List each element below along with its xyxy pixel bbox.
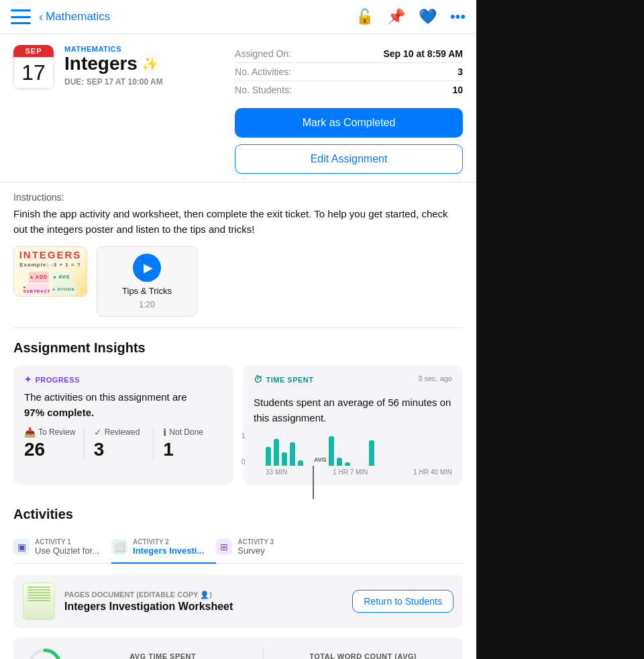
reviewed-value: 3: [94, 439, 154, 460]
bar-4: [290, 442, 295, 466]
reviewed-stat: ✓ Reviewed 3: [84, 427, 154, 460]
poster-attachment[interactable]: INTEGERS Example: -3 + 1 = ? ● ADD ● AVG…: [13, 246, 87, 297]
sparkle-icon: ✨: [142, 56, 158, 72]
top-bar: ‹ Mathematics 🔓 📌 💙 •••: [0, 0, 476, 34]
survey-icon: ⊞: [216, 539, 232, 555]
to-review-stat: 📥 To Review 26: [24, 427, 84, 460]
instructions-section: Instructions: Finish the app activity an…: [0, 183, 476, 237]
more-icon[interactable]: •••: [450, 8, 466, 26]
doc-type: PAGES DOCUMENT (EDITABLE COPY 👤): [64, 591, 343, 599]
to-review-label: 📥 To Review: [24, 427, 84, 438]
avg-label: AVG: [314, 456, 327, 463]
to-review-value: 26: [24, 439, 84, 460]
instructions-label: Instructions:: [13, 192, 463, 203]
bar-9: [369, 440, 374, 466]
chevron-left-icon: ‹: [39, 10, 43, 24]
not-done-stat: ℹ Not Done 1: [153, 427, 223, 460]
avg-time-stat: AVG TIME SPENT ⏱ 39 MIN: [76, 652, 250, 660]
attachments: INTEGERS Example: -3 + 1 = ? ● ADD ● AVG…: [0, 237, 476, 327]
chart-bars: AVG: [266, 432, 452, 466]
bar-8: [345, 462, 350, 466]
right-panel: [476, 0, 644, 659]
sidebar-toggle[interactable]: [11, 9, 31, 24]
mark-complete-button[interactable]: Mark as Completed: [235, 108, 463, 138]
activities-heading: Activities: [13, 507, 463, 522]
progress-circle-svg: [27, 647, 63, 659]
assignment-header: SEP 17 MATHEMATICS Integers ✨ DUE: SEP 1…: [0, 34, 476, 183]
video-title: Tips & Tricks: [122, 286, 172, 296]
progress-circle: 80%: [27, 647, 63, 659]
doc-name: Integers Investigation Worksheet: [64, 601, 343, 613]
bar-5: [298, 460, 303, 466]
play-button[interactable]: ▶: [133, 254, 161, 282]
time-tag: ⏱ TIME SPENT: [254, 374, 314, 385]
doc-thumbnail: [23, 582, 55, 620]
back-label: Mathematics: [46, 10, 110, 23]
edit-assignment-button[interactable]: Edit Assignment: [235, 144, 463, 174]
not-done-label: ℹ Not Done: [163, 427, 223, 438]
return-to-students-button[interactable]: Return to Students: [352, 590, 453, 613]
calendar-badge: SEP 17: [13, 45, 54, 89]
doc-thumb-inner: [23, 583, 54, 619]
assignment-info: MATHEMATICS Integers ✨ DUE: SEP 17 AT 10…: [64, 45, 224, 87]
bar-3: [282, 452, 287, 466]
activity-tab-2[interactable]: ⬜ ACTIVITY 2 Integers Investi...: [111, 531, 216, 564]
bar-7: [337, 458, 342, 466]
quizlet-icon: ▣: [13, 539, 30, 555]
bar-2: [274, 439, 279, 466]
cal-day: 17: [13, 57, 54, 89]
activity-tab-3[interactable]: ⊞ ACTIVITY 3 Survey: [216, 531, 286, 564]
review-stats: 📥 To Review 26 ✓ Reviewed 3: [24, 427, 223, 460]
insights-section: Assignment Insights ✦ PROGRESS The activ…: [0, 328, 476, 485]
pages-icon: ⬜: [111, 539, 127, 555]
meta-activities: No. Activities: 3: [235, 63, 463, 81]
stats-row: 80% AVG TIME SPENT ⏱ 39 MIN TOTAL WORD C…: [13, 638, 463, 659]
progress-tag: ✦ PROGRESS: [24, 374, 223, 385]
not-done-value: 1: [163, 439, 223, 460]
assignment-title-row: Integers ✨: [64, 53, 224, 74]
bar-6: [329, 436, 334, 466]
instructions-text: Finish the app activity and worksheet, t…: [13, 207, 463, 237]
word-count-stat: TOTAL WORD COUNT (AVG) ✓ 140: [277, 652, 450, 660]
time-text: Students spent an average of 56 minutes …: [254, 395, 452, 425]
doc-row: PAGES DOCUMENT (EDITABLE COPY 👤) Integer…: [13, 574, 463, 628]
reviewed-label: ✓ Reviewed: [94, 427, 154, 438]
meta-students: No. Students: 10: [235, 81, 463, 99]
main-panel: ‹ Mathematics 🔓 📌 💙 ••• SEP 17 MATHEMATI…: [0, 0, 476, 659]
activity-tabs: ▣ ACTIVITY 1 Use Quizlet for... ⬜ ACTIVI…: [13, 531, 463, 564]
doc-info: PAGES DOCUMENT (EDITABLE COPY 👤) Integer…: [64, 591, 343, 613]
time-spent-card: ⏱ TIME SPENT 3 sec. ago Students spent a…: [243, 365, 463, 485]
assignment-title: Integers: [64, 53, 138, 74]
back-button[interactable]: ‹ Mathematics: [39, 10, 110, 24]
y-labels: 1 0: [241, 432, 246, 466]
integers-poster: INTEGERS Example: -3 + 1 = ? ● ADD ● AVG…: [14, 247, 87, 296]
progress-card: ✦ PROGRESS The activities on this assign…: [13, 365, 233, 485]
activity-tab-1[interactable]: ▣ ACTIVITY 1 Use Quizlet for...: [13, 531, 111, 564]
time-chart: 1 0 AVG: [254, 432, 452, 476]
stats-divider: [263, 648, 264, 659]
video-duration: 1:20: [139, 300, 154, 309]
pin-icon[interactable]: 📌: [387, 8, 405, 26]
due-date: DUE: SEP 17 AT 10:00 AM: [64, 77, 224, 87]
time-tag-row: ⏱ TIME SPENT 3 sec. ago: [254, 374, 452, 390]
top-bar-icons: 🔓 📌 💙 •••: [356, 8, 466, 26]
right-col: Assigned On: Sep 10 at 8:59 AM No. Activ…: [235, 45, 463, 174]
heart-icon[interactable]: 💙: [419, 8, 437, 26]
insights-heading: Assignment Insights: [13, 340, 463, 356]
activities-section: Activities ▣ ACTIVITY 1 Use Quizlet for.…: [0, 495, 476, 659]
video-attachment[interactable]: ▶ Tips & Tricks 1:20: [97, 246, 197, 317]
lock-icon[interactable]: 🔓: [356, 8, 374, 26]
meta-assigned-on: Assigned On: Sep 10 at 8:59 AM: [235, 45, 463, 63]
progress-text: The activities on this assignment are 97…: [24, 390, 223, 420]
insights-cards: ✦ PROGRESS The activities on this assign…: [13, 365, 463, 485]
play-icon: ▶: [144, 260, 153, 275]
subject-label: MATHEMATICS: [64, 45, 224, 53]
chart-labels: 33 MIN 1 HR 7 MIN 1 HR 40 MIN: [266, 468, 452, 476]
bar-1: [266, 447, 271, 466]
cal-month: SEP: [13, 45, 54, 57]
